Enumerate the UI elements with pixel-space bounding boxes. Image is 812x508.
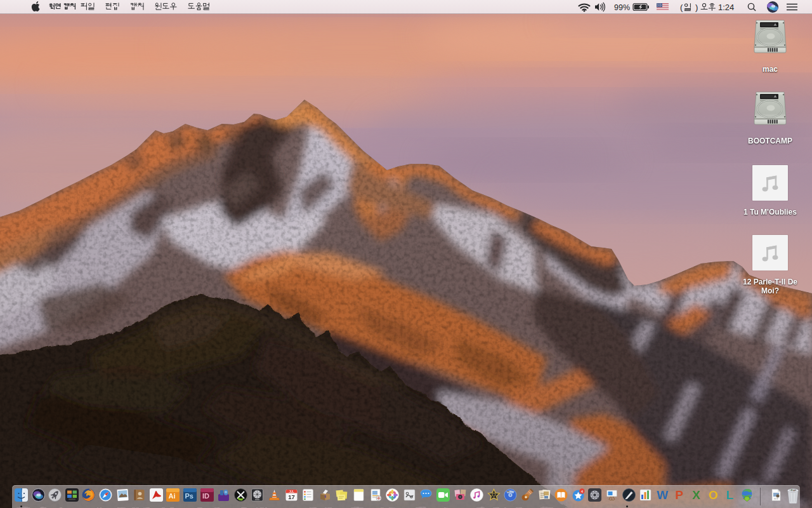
svg-text:99%: 99% [614,3,630,12]
svg-text:X: X [692,488,700,502]
svg-text:P: P [675,488,683,502]
svg-text:L: L [726,488,734,502]
svg-text:ID: ID [202,492,209,500]
svg-text:W: W [657,488,668,502]
svg-text:1:24: 1:24 [718,3,734,12]
svg-text:O: O [709,488,718,502]
svg-text:JUL: JUL [289,490,294,493]
svg-text:RTF: RTF [774,498,778,500]
svg-text:): ) [695,3,698,12]
svg-text:17: 17 [288,493,295,500]
svg-text:(: ( [680,3,683,12]
svg-text:Ai: Ai [169,492,176,500]
svg-text:Ps: Ps [185,492,193,500]
